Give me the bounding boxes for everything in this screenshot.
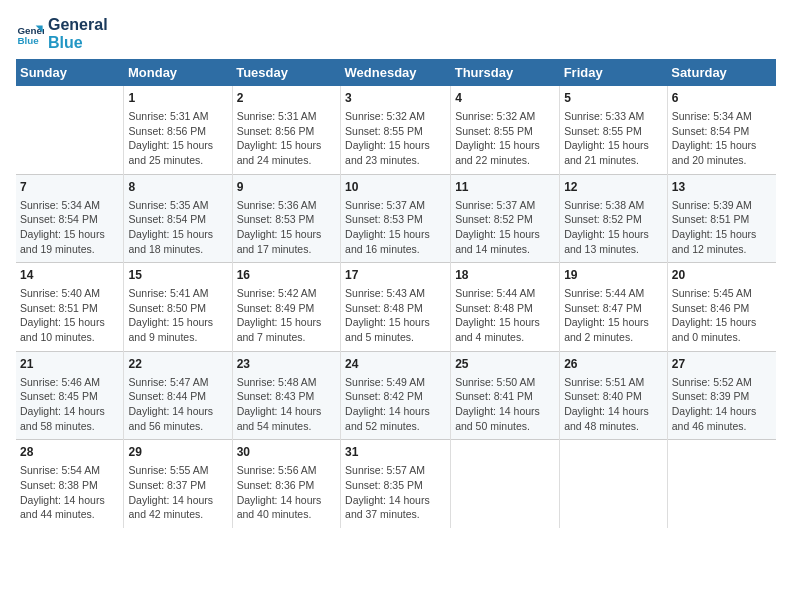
day-number: 20	[672, 267, 772, 284]
cell-info: Sunrise: 5:36 AMSunset: 8:53 PMDaylight:…	[237, 198, 336, 257]
week-row-4: 21Sunrise: 5:46 AMSunset: 8:45 PMDayligh…	[16, 351, 776, 440]
day-number: 25	[455, 356, 555, 373]
cell-info: Sunrise: 5:34 AMSunset: 8:54 PMDaylight:…	[672, 109, 772, 168]
cell-info: Sunrise: 5:35 AMSunset: 8:54 PMDaylight:…	[128, 198, 227, 257]
cell-info: Sunrise: 5:45 AMSunset: 8:46 PMDaylight:…	[672, 286, 772, 345]
calendar-cell: 2Sunrise: 5:31 AMSunset: 8:56 PMDaylight…	[232, 86, 340, 174]
calendar-cell: 1Sunrise: 5:31 AMSunset: 8:56 PMDaylight…	[124, 86, 232, 174]
calendar-cell: 22Sunrise: 5:47 AMSunset: 8:44 PMDayligh…	[124, 351, 232, 440]
calendar-cell: 7Sunrise: 5:34 AMSunset: 8:54 PMDaylight…	[16, 174, 124, 263]
day-number: 8	[128, 179, 227, 196]
day-number: 12	[564, 179, 663, 196]
day-number: 10	[345, 179, 446, 196]
calendar-cell: 5Sunrise: 5:33 AMSunset: 8:55 PMDaylight…	[560, 86, 668, 174]
calendar-cell: 10Sunrise: 5:37 AMSunset: 8:53 PMDayligh…	[341, 174, 451, 263]
day-number: 5	[564, 90, 663, 107]
cell-info: Sunrise: 5:46 AMSunset: 8:45 PMDaylight:…	[20, 375, 119, 434]
calendar-cell: 12Sunrise: 5:38 AMSunset: 8:52 PMDayligh…	[560, 174, 668, 263]
weekday-header-thursday: Thursday	[451, 59, 560, 86]
day-number: 30	[237, 444, 336, 461]
calendar-cell: 16Sunrise: 5:42 AMSunset: 8:49 PMDayligh…	[232, 263, 340, 352]
calendar-cell: 27Sunrise: 5:52 AMSunset: 8:39 PMDayligh…	[667, 351, 776, 440]
cell-info: Sunrise: 5:47 AMSunset: 8:44 PMDaylight:…	[128, 375, 227, 434]
calendar-cell: 4Sunrise: 5:32 AMSunset: 8:55 PMDaylight…	[451, 86, 560, 174]
calendar-cell	[451, 440, 560, 528]
calendar-cell: 8Sunrise: 5:35 AMSunset: 8:54 PMDaylight…	[124, 174, 232, 263]
svg-text:Blue: Blue	[17, 34, 39, 45]
day-number: 2	[237, 90, 336, 107]
day-number: 29	[128, 444, 227, 461]
calendar-cell: 26Sunrise: 5:51 AMSunset: 8:40 PMDayligh…	[560, 351, 668, 440]
day-number: 26	[564, 356, 663, 373]
calendar-cell: 13Sunrise: 5:39 AMSunset: 8:51 PMDayligh…	[667, 174, 776, 263]
day-number: 9	[237, 179, 336, 196]
calendar-cell: 23Sunrise: 5:48 AMSunset: 8:43 PMDayligh…	[232, 351, 340, 440]
cell-info: Sunrise: 5:44 AMSunset: 8:48 PMDaylight:…	[455, 286, 555, 345]
cell-info: Sunrise: 5:55 AMSunset: 8:37 PMDaylight:…	[128, 463, 227, 522]
logo: General Blue General Blue	[16, 16, 108, 51]
week-row-3: 14Sunrise: 5:40 AMSunset: 8:51 PMDayligh…	[16, 263, 776, 352]
logo-icon: General Blue	[16, 20, 44, 48]
weekday-header-row: SundayMondayTuesdayWednesdayThursdayFrid…	[16, 59, 776, 86]
weekday-header-monday: Monday	[124, 59, 232, 86]
calendar-cell	[16, 86, 124, 174]
cell-info: Sunrise: 5:42 AMSunset: 8:49 PMDaylight:…	[237, 286, 336, 345]
day-number: 7	[20, 179, 119, 196]
calendar-cell: 14Sunrise: 5:40 AMSunset: 8:51 PMDayligh…	[16, 263, 124, 352]
day-number: 6	[672, 90, 772, 107]
calendar-cell: 19Sunrise: 5:44 AMSunset: 8:47 PMDayligh…	[560, 263, 668, 352]
cell-info: Sunrise: 5:57 AMSunset: 8:35 PMDaylight:…	[345, 463, 446, 522]
cell-info: Sunrise: 5:44 AMSunset: 8:47 PMDaylight:…	[564, 286, 663, 345]
cell-info: Sunrise: 5:48 AMSunset: 8:43 PMDaylight:…	[237, 375, 336, 434]
calendar-cell: 21Sunrise: 5:46 AMSunset: 8:45 PMDayligh…	[16, 351, 124, 440]
weekday-header-friday: Friday	[560, 59, 668, 86]
cell-info: Sunrise: 5:52 AMSunset: 8:39 PMDaylight:…	[672, 375, 772, 434]
calendar-cell: 6Sunrise: 5:34 AMSunset: 8:54 PMDaylight…	[667, 86, 776, 174]
day-number: 13	[672, 179, 772, 196]
cell-info: Sunrise: 5:40 AMSunset: 8:51 PMDaylight:…	[20, 286, 119, 345]
cell-info: Sunrise: 5:31 AMSunset: 8:56 PMDaylight:…	[237, 109, 336, 168]
day-number: 18	[455, 267, 555, 284]
calendar-cell: 30Sunrise: 5:56 AMSunset: 8:36 PMDayligh…	[232, 440, 340, 528]
cell-info: Sunrise: 5:49 AMSunset: 8:42 PMDaylight:…	[345, 375, 446, 434]
cell-info: Sunrise: 5:32 AMSunset: 8:55 PMDaylight:…	[345, 109, 446, 168]
cell-info: Sunrise: 5:37 AMSunset: 8:53 PMDaylight:…	[345, 198, 446, 257]
logo-text-line1: General	[48, 16, 108, 34]
cell-info: Sunrise: 5:56 AMSunset: 8:36 PMDaylight:…	[237, 463, 336, 522]
calendar-table: SundayMondayTuesdayWednesdayThursdayFrid…	[16, 59, 776, 528]
cell-info: Sunrise: 5:33 AMSunset: 8:55 PMDaylight:…	[564, 109, 663, 168]
cell-info: Sunrise: 5:54 AMSunset: 8:38 PMDaylight:…	[20, 463, 119, 522]
cell-info: Sunrise: 5:51 AMSunset: 8:40 PMDaylight:…	[564, 375, 663, 434]
page-header: General Blue General Blue	[16, 16, 776, 51]
week-row-5: 28Sunrise: 5:54 AMSunset: 8:38 PMDayligh…	[16, 440, 776, 528]
calendar-cell: 29Sunrise: 5:55 AMSunset: 8:37 PMDayligh…	[124, 440, 232, 528]
calendar-cell: 11Sunrise: 5:37 AMSunset: 8:52 PMDayligh…	[451, 174, 560, 263]
day-number: 16	[237, 267, 336, 284]
cell-info: Sunrise: 5:41 AMSunset: 8:50 PMDaylight:…	[128, 286, 227, 345]
calendar-cell: 3Sunrise: 5:32 AMSunset: 8:55 PMDaylight…	[341, 86, 451, 174]
calendar-cell: 17Sunrise: 5:43 AMSunset: 8:48 PMDayligh…	[341, 263, 451, 352]
cell-info: Sunrise: 5:39 AMSunset: 8:51 PMDaylight:…	[672, 198, 772, 257]
weekday-header-saturday: Saturday	[667, 59, 776, 86]
day-number: 17	[345, 267, 446, 284]
day-number: 22	[128, 356, 227, 373]
calendar-cell	[667, 440, 776, 528]
cell-info: Sunrise: 5:43 AMSunset: 8:48 PMDaylight:…	[345, 286, 446, 345]
cell-info: Sunrise: 5:34 AMSunset: 8:54 PMDaylight:…	[20, 198, 119, 257]
cell-info: Sunrise: 5:50 AMSunset: 8:41 PMDaylight:…	[455, 375, 555, 434]
day-number: 4	[455, 90, 555, 107]
day-number: 3	[345, 90, 446, 107]
week-row-2: 7Sunrise: 5:34 AMSunset: 8:54 PMDaylight…	[16, 174, 776, 263]
calendar-cell: 28Sunrise: 5:54 AMSunset: 8:38 PMDayligh…	[16, 440, 124, 528]
calendar-cell	[560, 440, 668, 528]
day-number: 27	[672, 356, 772, 373]
day-number: 19	[564, 267, 663, 284]
day-number: 14	[20, 267, 119, 284]
day-number: 23	[237, 356, 336, 373]
cell-info: Sunrise: 5:37 AMSunset: 8:52 PMDaylight:…	[455, 198, 555, 257]
cell-info: Sunrise: 5:31 AMSunset: 8:56 PMDaylight:…	[128, 109, 227, 168]
day-number: 21	[20, 356, 119, 373]
week-row-1: 1Sunrise: 5:31 AMSunset: 8:56 PMDaylight…	[16, 86, 776, 174]
calendar-cell: 9Sunrise: 5:36 AMSunset: 8:53 PMDaylight…	[232, 174, 340, 263]
weekday-header-wednesday: Wednesday	[341, 59, 451, 86]
